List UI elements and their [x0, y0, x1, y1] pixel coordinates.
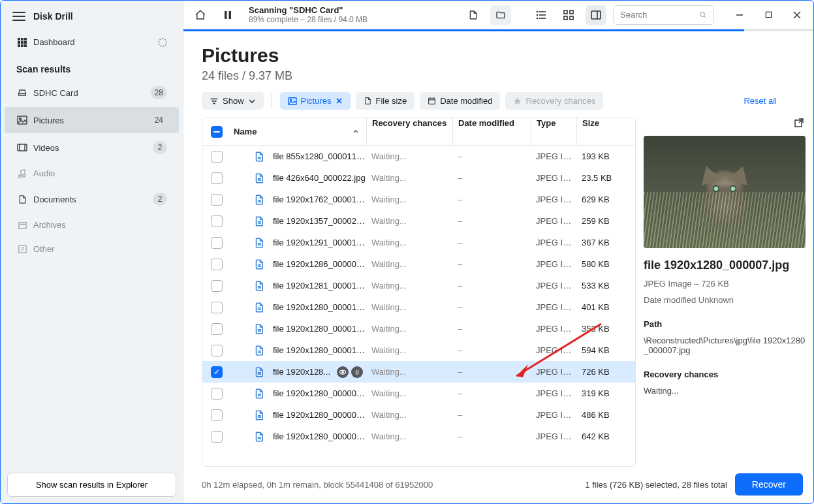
- window-maximize-button[interactable]: [759, 5, 778, 25]
- grid-view-button[interactable]: [558, 5, 579, 25]
- table-row[interactable]: file 1920x1280_000018....Waiting...–JPEG…: [202, 296, 635, 318]
- sidebar-item-pictures[interactable]: Pictures24: [5, 107, 179, 133]
- column-date[interactable]: Date modified: [452, 118, 531, 146]
- cell-size: 353 KB: [576, 324, 629, 334]
- column-size[interactable]: Size: [576, 118, 629, 146]
- svg-rect-3: [18, 41, 20, 44]
- svg-rect-2: [24, 38, 27, 40]
- sort-asc-icon: [352, 128, 360, 136]
- cell-type: JPEG Im...: [531, 195, 576, 204]
- table-row[interactable]: file 1920x1286_000008....Waiting...–JPEG…: [202, 253, 635, 275]
- pause-button[interactable]: [217, 5, 238, 25]
- show-in-explorer-button[interactable]: Show scan results in Explorer: [7, 473, 176, 497]
- row-checkbox[interactable]: [211, 388, 223, 400]
- sidebar-item-videos[interactable]: Videos2: [5, 134, 179, 161]
- row-checkbox[interactable]: [211, 237, 223, 249]
- row-checkbox[interactable]: [211, 431, 223, 443]
- preview-action-icon[interactable]: [337, 366, 349, 378]
- row-checkbox[interactable]: [211, 409, 223, 421]
- file-button[interactable]: [463, 5, 484, 25]
- sidebar-item-label: Other: [33, 244, 55, 254]
- sidebar-item-label: Pictures: [33, 116, 64, 125]
- window-close-button[interactable]: [787, 5, 807, 25]
- main: Scanning "SDHC Card" 89% complete – 28 f…: [183, 1, 813, 503]
- column-type[interactable]: Type: [531, 118, 576, 146]
- panel-recovery-label: Recovery chances: [644, 370, 806, 379]
- chip-pictures[interactable]: Pictures: [280, 92, 351, 110]
- svg-rect-30: [570, 10, 573, 14]
- table-row[interactable]: file 1920x1762_000019....Waiting...–JPEG…: [202, 189, 635, 210]
- row-checkbox[interactable]: [211, 345, 223, 356]
- file-icon: [253, 237, 265, 249]
- file-icon: [253, 215, 265, 227]
- archive-icon: [16, 219, 28, 231]
- sidebar-item-label: Documents: [33, 195, 76, 204]
- sidebar-item-archives[interactable]: Archives: [5, 213, 179, 236]
- table-row[interactable]: file 1920x1280_000016....Waiting...–JPEG…: [202, 318, 635, 339]
- select-all-checkbox[interactable]: [211, 126, 223, 138]
- hex-action-icon[interactable]: #: [351, 366, 363, 378]
- column-name[interactable]: Name: [231, 127, 366, 136]
- menu-button[interactable]: [12, 12, 25, 21]
- table-row[interactable]: file 1920x1280_000001....Waiting...–JPEG…: [202, 426, 635, 447]
- row-checkbox[interactable]: [211, 280, 223, 292]
- row-checkbox[interactable]: [211, 172, 223, 184]
- cell-date: –: [452, 173, 531, 183]
- table-row[interactable]: file 1920x1280_000004....Waiting...–JPEG…: [202, 383, 635, 404]
- table-row[interactable]: file 1920x1280_000002....Waiting...–JPEG…: [202, 404, 635, 426]
- table-row[interactable]: file 1920x1291_000017....Waiting...–JPEG…: [202, 232, 635, 253]
- row-checkbox[interactable]: [211, 302, 223, 313]
- column-recovery[interactable]: Recovery chances: [366, 118, 452, 146]
- svg-rect-29: [564, 10, 567, 14]
- recover-button[interactable]: Recover: [735, 473, 803, 496]
- sidebar-item-dashboard[interactable]: Dashboard: [5, 31, 179, 54]
- close-icon[interactable]: [336, 97, 343, 104]
- table-row[interactable]: ✓file 1920x128...#Waiting...–JPEG Im...7…: [202, 361, 635, 383]
- row-checkbox[interactable]: [211, 151, 223, 163]
- chip-filesize[interactable]: File size: [356, 92, 415, 110]
- search-input[interactable]: [620, 10, 694, 20]
- sidebar-item-other[interactable]: Other: [5, 238, 179, 260]
- panel-filename: file 1920x1280_000007.jpg: [644, 259, 806, 272]
- cell-recovery: Waiting...: [366, 410, 452, 420]
- chip-datemodified[interactable]: Date modified: [420, 92, 500, 110]
- cell-recovery: Waiting...: [366, 216, 452, 226]
- table-row[interactable]: file 855x1280_000011.j...Waiting...–JPEG…: [202, 146, 635, 167]
- sidebar-item-sdhc-card[interactable]: SDHC Card28: [5, 80, 179, 106]
- file-icon: [253, 280, 265, 292]
- footer: 0h 12m elapsed, 0h 1m remain, block 5544…: [183, 467, 813, 503]
- show-button[interactable]: Show: [202, 92, 264, 110]
- sidebar-item-label: Audio: [33, 168, 55, 178]
- file-table: Name Recovery chances Date modified Type…: [202, 118, 636, 467]
- window-minimize-button[interactable]: [730, 5, 749, 25]
- row-checkbox[interactable]: ✓: [211, 366, 223, 378]
- table-row[interactable]: file 1920x1281_000015....Waiting...–JPEG…: [202, 275, 635, 296]
- list-view-button[interactable]: [531, 5, 552, 25]
- svg-rect-5: [24, 41, 27, 44]
- reset-all-button[interactable]: Reset all: [744, 96, 777, 106]
- row-checkbox[interactable]: [211, 323, 223, 335]
- row-checkbox[interactable]: [211, 194, 223, 206]
- folder-button[interactable]: [490, 5, 511, 25]
- panel-view-button[interactable]: [586, 5, 606, 25]
- table-row[interactable]: file 1920x1357_000021....Waiting...–JPEG…: [202, 210, 635, 232]
- file-name: file 1920x1762_000019....: [273, 195, 366, 204]
- sidebar-item-documents[interactable]: Documents2: [5, 186, 179, 212]
- chip-recovery[interactable]: Recovery chances: [505, 92, 603, 110]
- table-row[interactable]: file 1920x1280_000014....Waiting...–JPEG…: [202, 339, 635, 361]
- cell-size: 259 KB: [576, 216, 629, 226]
- svg-rect-8: [24, 44, 27, 47]
- row-checkbox[interactable]: [211, 215, 223, 227]
- popout-button[interactable]: [794, 118, 806, 129]
- search-box[interactable]: [613, 5, 714, 25]
- cell-type: JPEG Im...: [531, 238, 576, 247]
- cell-size: 367 KB: [576, 238, 629, 247]
- row-checkbox[interactable]: [211, 259, 223, 270]
- svg-rect-48: [429, 98, 435, 104]
- chevron-down-icon: [248, 97, 256, 105]
- home-button[interactable]: [190, 5, 211, 25]
- svg-rect-21: [225, 11, 227, 19]
- sidebar-item-audio[interactable]: Audio: [5, 162, 179, 185]
- table-row[interactable]: file 426x640_000022.jpgWaiting...–JPEG I…: [202, 167, 635, 189]
- sidebar-section-label: Scan results: [1, 55, 183, 78]
